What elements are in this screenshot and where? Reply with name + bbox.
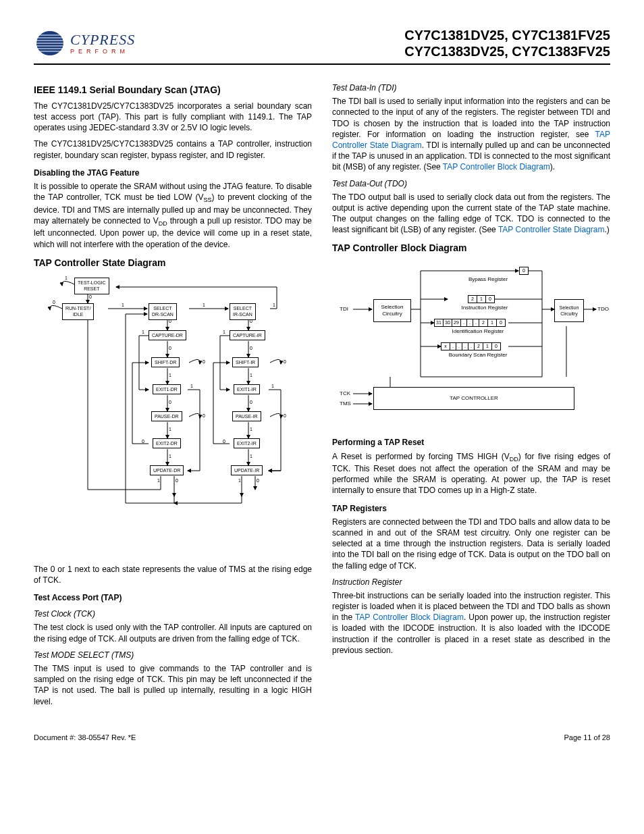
state-pir: PAUSE-IR (232, 411, 261, 421)
p-tdo: The TDO output ball is used to serially … (332, 192, 610, 236)
state-rti: RUN-TEST/IDLE (62, 303, 94, 320)
part-numbers: CY7C1381DV25, CY7C1381FV25 CY7C1383DV25,… (404, 27, 610, 59)
state-shir: SHIFT-IR (232, 357, 259, 367)
label-bypass: Bypass Register (454, 276, 522, 284)
p-tdi: The TDI ball is used to serially input i… (332, 96, 610, 172)
heading-disable: Disabling the JTAG Feature (34, 167, 312, 178)
label-tdo: TDO (597, 306, 609, 313)
heading-tap-reset: Performing a TAP Reset (332, 437, 610, 448)
p-sd-note: The 0 or 1 next to each state represents… (34, 564, 312, 585)
p-disable: It is possible to operate the SRAM witho… (34, 181, 312, 250)
state-e1dr: EXIT1-DR (153, 384, 181, 394)
heading-state-diagram: TAP Controller State Diagram (34, 257, 312, 269)
right-column: Test Data-In (TDI) The TDI ball is used … (332, 77, 610, 712)
heading-tap: Test Access Port (TAP) (34, 592, 312, 603)
state-sdr: SELECTDR-SCAN (149, 303, 177, 320)
heading-jtag: IEEE 1149.1 Serial Boundary Scan (JTAG) (34, 84, 312, 97)
label-tms: TMS (340, 400, 351, 408)
left-column: IEEE 1149.1 Serial Boundary Scan (JTAG) … (34, 77, 312, 712)
p-jtag-2: The CY7C1381DV25/CY7C1383DV25 contains a… (34, 138, 312, 160)
p-tapreg: Registers are connected between the TDI … (332, 517, 610, 571)
state-shdr: SHIFT-DR (151, 357, 180, 367)
state-diagram: TEST-LOGICRESET RUN-TEST/IDLE SELECTDR-S… (34, 273, 290, 557)
p-reset: A Reset is performed by forcing TMS HIGH… (332, 451, 610, 496)
p-jtag-1: The CY7C1381DV25/CY7C1383DV25 incorporat… (34, 101, 312, 134)
heading-tap-registers: TAP Registers (332, 503, 610, 514)
heading-instruction-register: Instruction Register (332, 577, 610, 588)
state-cir: CAPTURE-IR (230, 330, 265, 340)
state-uir: UPDATE-IR (231, 465, 263, 475)
state-udr: UPDATE-DR (150, 465, 184, 475)
link-block-diagram-2[interactable]: TAP Controller Block Diagram (355, 613, 464, 622)
cell-ir-1: 1 (477, 295, 486, 303)
logo: CYPRESS PERFORM (34, 30, 135, 57)
cell-ir-2: 2 (468, 295, 477, 303)
state-pdr: PAUSE-DR (151, 411, 182, 421)
doc-number: Document #: 38-05547 Rev. *E (34, 733, 136, 743)
heading-block-diagram: TAP Controller Block Diagram (332, 242, 610, 255)
heading-tms: Test MODE SELECT (TMS) (34, 650, 312, 660)
p-ir: Three-bit instructions can be serially l… (332, 590, 610, 656)
page-number: Page 11 of 28 (564, 733, 610, 743)
state-e2dr: EXIT2-DR (153, 438, 181, 448)
content-columns: IEEE 1149.1 Serial Boundary Scan (JTAG) … (34, 77, 610, 712)
p-tms: The TMS input is used to give commands t… (34, 663, 312, 707)
cell-ir-0: 0 (485, 295, 495, 303)
box-selection-circuitry-right: SelectionCircuitry (554, 299, 584, 322)
cell-bypass-0: 0 (519, 267, 529, 275)
logo-brand: CYPRESS (70, 32, 135, 47)
state-cdr: CAPTURE-DR (149, 330, 186, 340)
state-e2ir: EXIT2-IR (234, 438, 260, 448)
label-tck: TCK (340, 390, 350, 398)
p-tck: The test clock is used only with the TAP… (34, 622, 312, 644)
parts-line-2: CY7C1383DV25, CY7C1383FV25 (404, 43, 610, 59)
box-selection-circuitry-left: SelectionCircuitry (373, 299, 411, 322)
box-tap-controller: TAP CONTROLLER (373, 387, 574, 410)
logo-icon (34, 30, 66, 57)
heading-tck: Test Clock (TCK) (34, 608, 312, 619)
label-id-reg: Identification Register (441, 328, 515, 336)
heading-tdi: Test Data-In (TDI) (332, 82, 610, 93)
state-e1ir: EXIT1-IR (234, 384, 260, 394)
link-block-diagram[interactable]: TAP Controller Block Diagram (443, 162, 550, 172)
state-tlr: TEST-LOGICRESET (74, 278, 109, 294)
block-diagram: TDI TDO TCK TMS SelectionCircuitry Selec… (340, 259, 603, 427)
logo-tagline: PERFORM (70, 49, 135, 55)
link-state-diagram-2[interactable]: TAP Controller State Diagram (498, 225, 605, 234)
label-tdi: TDI (340, 306, 348, 313)
page-footer: Document #: 38-05547 Rev. *E Page 11 of … (34, 733, 610, 743)
parts-line-1: CY7C1381DV25, CY7C1381FV25 (404, 27, 610, 43)
page-header: CYPRESS PERFORM CY7C1381DV25, CY7C1381FV… (34, 27, 610, 65)
label-bscan-reg: Boundary Scan Register (437, 352, 518, 359)
heading-tdo: Test Data-Out (TDO) (332, 178, 610, 189)
label-instruction-reg: Instruction Register (448, 305, 522, 312)
